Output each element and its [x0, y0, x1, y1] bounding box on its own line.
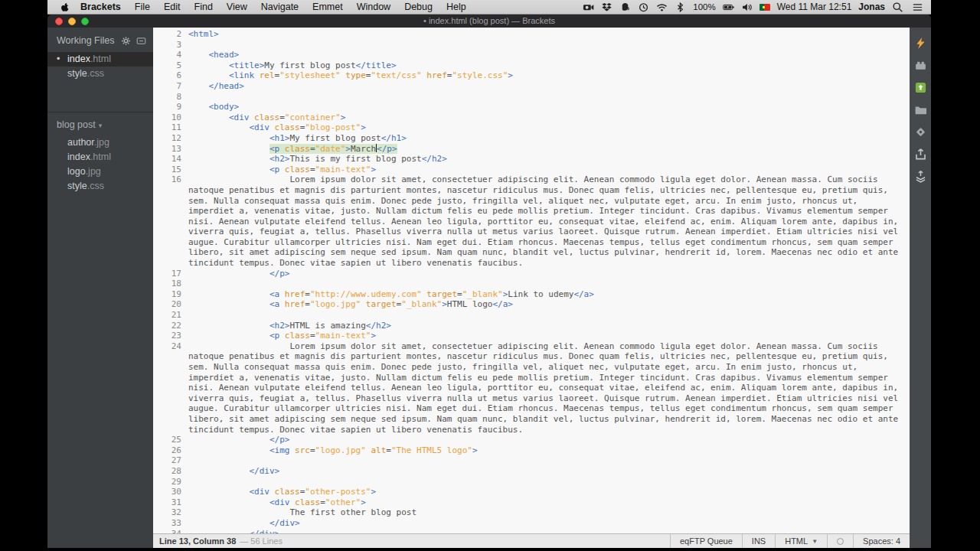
menu-view[interactable]: View: [220, 2, 254, 12]
code-editor[interactable]: 2<html>34 <head>5 <title>My first blog p…: [153, 28, 910, 533]
editor-line[interactable]: 32 The first other blog post: [153, 507, 910, 518]
gear-icon[interactable]: [121, 36, 131, 46]
code-line-content[interactable]: <title>My first blog post</title>: [188, 60, 910, 71]
code-line-content[interactable]: <div class="other-posts">: [188, 487, 910, 497]
code-line-content[interactable]: Lorem ipsum dolor sit amet, consectetuer…: [188, 341, 910, 435]
time-machine-icon[interactable]: [638, 2, 649, 13]
code-line-content[interactable]: <html>: [188, 29, 910, 40]
sidebar-item-logo.jpg[interactable]: logo.jpg: [47, 165, 153, 179]
line-number[interactable]: 2: [153, 29, 188, 40]
ftp-upload-icon[interactable]: [914, 148, 927, 161]
menu-find[interactable]: Find: [188, 2, 220, 12]
code-line-content[interactable]: <div class="container">: [188, 112, 910, 123]
spotlight-icon[interactable]: [892, 2, 903, 13]
editor-line[interactable]: 6 <link rel="stylesheet" type="text/css"…: [153, 70, 910, 81]
editor-line[interactable]: 8: [153, 92, 910, 103]
editor-line[interactable]: 30 <div class="other-posts">: [153, 487, 910, 497]
code-line-content[interactable]: The first other blog post: [188, 507, 910, 518]
editor-line[interactable]: 29: [153, 477, 910, 487]
code-line-content[interactable]: <h2>This is my first blog post</h2>: [188, 154, 910, 165]
bluetooth-icon[interactable]: [675, 2, 686, 13]
screen-recording-icon[interactable]: [583, 2, 594, 13]
editor-line[interactable]: 19 <a href="http://www.udemy.com" target…: [153, 289, 910, 300]
volume-icon[interactable]: [741, 2, 753, 13]
editor-line[interactable]: 5 <title>My first blog post</title>: [153, 60, 910, 71]
line-number[interactable]: 10: [153, 112, 188, 123]
status-language-select[interactable]: HTML▼: [775, 534, 827, 548]
editor-line[interactable]: 20 <a href="logo.jpg" target="_blank">HT…: [153, 299, 910, 310]
line-number[interactable]: 11: [153, 122, 188, 133]
code-line-content[interactable]: <a href="logo.jpg" target="_blank">HTML …: [188, 299, 910, 310]
code-line-content[interactable]: [188, 310, 910, 321]
code-line-content[interactable]: [188, 40, 910, 51]
menu-edit[interactable]: Edit: [157, 2, 188, 12]
sidebar-item-author.jpg[interactable]: author.jpg: [47, 135, 153, 150]
line-number[interactable]: 13: [153, 144, 188, 155]
code-line-content[interactable]: <head>: [188, 50, 910, 60]
menu-window[interactable]: Window: [350, 2, 397, 12]
line-number[interactable]: 19: [153, 289, 188, 300]
editor-line[interactable]: 3: [153, 40, 910, 51]
line-number[interactable]: 5: [153, 60, 188, 71]
editor-line[interactable]: 26 <img src="logo.jpg" alt="The HTML5 lo…: [153, 445, 910, 456]
wifi-icon[interactable]: [656, 2, 668, 13]
sidebar-item-index.html[interactable]: •index.html: [47, 52, 153, 67]
line-number[interactable]: 31: [153, 497, 188, 508]
editor-line[interactable]: 28 </div>: [153, 466, 910, 477]
editor-line[interactable]: 21: [153, 310, 910, 321]
line-number[interactable]: 16: [153, 174, 188, 268]
line-number[interactable]: 33: [153, 518, 188, 529]
line-number[interactable]: 18: [153, 279, 188, 289]
editor-line[interactable]: 12 <h1>My first blog post</h1>: [153, 133, 910, 144]
code-line-content[interactable]: <div class="other">: [188, 497, 910, 508]
code-line-content[interactable]: <p class="date">March</p>: [188, 144, 910, 155]
menu-emmet[interactable]: Emmet: [305, 2, 350, 12]
editor-line[interactable]: 2<html>: [153, 29, 910, 40]
editor-line[interactable]: 7 </head>: [153, 81, 910, 92]
menu-navigate[interactable]: Navigate: [254, 2, 305, 12]
code-area[interactable]: 2<html>34 <head>5 <title>My first blog p…: [153, 29, 910, 533]
battery-icon[interactable]: [723, 2, 734, 13]
line-number[interactable]: 32: [153, 507, 188, 518]
code-line-content[interactable]: <p class="main-text">: [188, 331, 910, 341]
menu-debug[interactable]: Debug: [397, 2, 439, 12]
line-number[interactable]: 20: [153, 299, 188, 310]
editor-line[interactable]: 31 <div class="other">: [153, 497, 910, 508]
code-line-content[interactable]: <link rel="stylesheet" type="text/css" h…: [188, 70, 910, 81]
code-line-content[interactable]: </p>: [188, 435, 910, 445]
status-lint-status[interactable]: [827, 534, 853, 548]
line-number[interactable]: 7: [153, 81, 188, 92]
line-number[interactable]: 8: [153, 92, 188, 103]
editor-line[interactable]: 22 <h2>HTML is amazing</h2>: [153, 321, 910, 331]
code-line-content[interactable]: <a href="http://www.udemy.com" target="_…: [188, 289, 910, 300]
extension-updates-icon[interactable]: [914, 81, 927, 94]
dropbox-icon[interactable]: [601, 2, 612, 13]
code-line-content[interactable]: [188, 279, 910, 289]
line-number[interactable]: 27: [153, 455, 188, 466]
code-line-content[interactable]: [188, 455, 910, 466]
editor-line[interactable]: 27: [153, 455, 910, 466]
menu-file[interactable]: File: [128, 2, 157, 12]
status-eqftp-queue[interactable]: eqFTP Queue: [670, 534, 742, 548]
line-number[interactable]: 21: [153, 310, 188, 321]
project-dropdown[interactable]: blog post▾: [47, 112, 153, 135]
project-files-icon[interactable]: [914, 103, 927, 116]
editor-line[interactable]: 9 <body>: [153, 102, 910, 112]
ftp-sync-icon[interactable]: [914, 170, 927, 183]
line-number[interactable]: 26: [153, 445, 188, 456]
editor-line[interactable]: 16 Lorem ipsum dolor sit amet, consectet…: [153, 174, 910, 268]
code-line-content[interactable]: [188, 92, 910, 103]
editor-line[interactable]: 17 </p>: [153, 269, 910, 279]
code-line-content[interactable]: [188, 477, 910, 487]
code-line-content[interactable]: <div class="blog-post">: [188, 122, 910, 133]
code-line-content[interactable]: <img src="logo.jpg" alt="The HTML5 logo"…: [188, 445, 910, 456]
code-line-content[interactable]: </p>: [188, 269, 910, 279]
code-line-content[interactable]: <h1>My first blog post</h1>: [188, 133, 910, 144]
status-indent-settings[interactable]: Spaces: 4: [853, 534, 910, 548]
line-number[interactable]: 22: [153, 321, 188, 331]
line-number[interactable]: 4: [153, 50, 188, 60]
extension-manager-icon[interactable]: [914, 59, 927, 72]
split-view-icon[interactable]: [136, 36, 146, 46]
menu-bar-clock[interactable]: Wed 11 Mar 12:51: [777, 2, 852, 12]
line-number[interactable]: 6: [153, 70, 188, 81]
